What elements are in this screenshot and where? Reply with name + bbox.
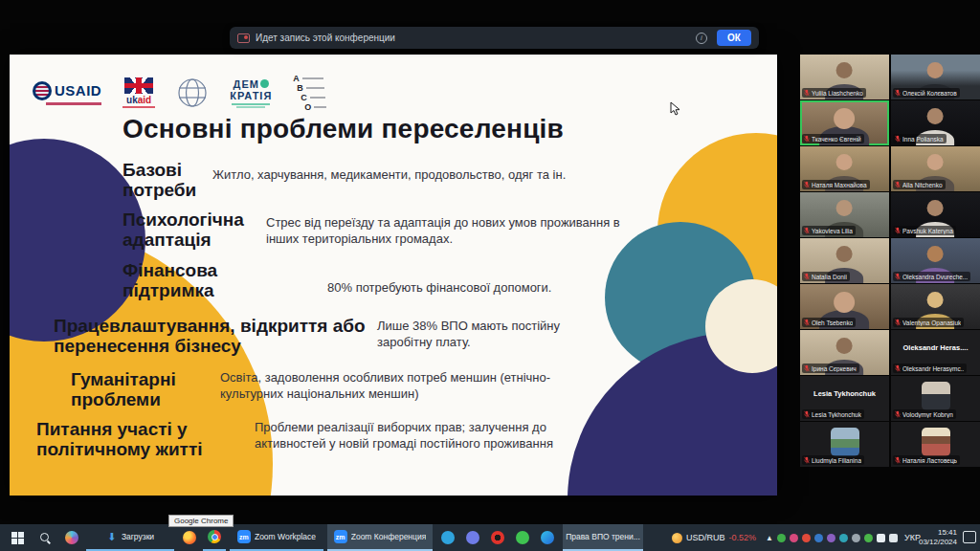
item-label-employment: Працевлаштування, відкриття або перенесе… bbox=[54, 316, 384, 357]
document-window-button[interactable]: Права ВПО трени... bbox=[563, 524, 643, 551]
tray-viber-icon[interactable] bbox=[827, 534, 835, 542]
hidden-icons-chevron[interactable]: ▲ bbox=[766, 534, 773, 542]
participant-tile[interactable]: Liudmyla Filianina bbox=[800, 422, 889, 467]
zoom-workplace-button[interactable]: zm Zoom Workplace bbox=[230, 524, 323, 551]
participant-tile[interactable]: Oleksandr Heras....Oleksandr Herasymc.. bbox=[891, 330, 980, 375]
muted-mic-icon bbox=[895, 456, 901, 464]
tray-speaker-icon[interactable] bbox=[889, 534, 898, 542]
chrome-tooltip: Google Chrome bbox=[168, 515, 234, 527]
discord-button[interactable] bbox=[461, 524, 484, 551]
search-button[interactable] bbox=[33, 524, 57, 551]
democracy-text-1: ДЕМ bbox=[234, 78, 259, 90]
recording-banner: Идет запись этой конференции i ОК bbox=[230, 27, 759, 49]
participant-tile[interactable]: Oleksandra Dvureche... bbox=[891, 238, 980, 283]
participant-tile[interactable]: Alla Nitchenko bbox=[891, 146, 980, 191]
shared-slide: USAID ukaid ДЕ bbox=[10, 55, 777, 496]
participant-nametag: Yakovleva Lilia bbox=[802, 226, 856, 235]
participant-nametag: Ірина Сєркевич bbox=[802, 364, 859, 373]
participant-tile[interactable]: Inna Polianska bbox=[891, 100, 980, 145]
participant-tile[interactable]: Volodymyr Kobryn bbox=[891, 376, 980, 421]
participant-nametag: Valentyna Opanasiuk bbox=[893, 318, 964, 327]
participant-nametag: Oleh Tsebenko bbox=[802, 318, 856, 327]
whatsapp-button[interactable] bbox=[511, 524, 534, 551]
tray-pink-icon[interactable] bbox=[790, 534, 798, 542]
currency-pair: USD/RUB bbox=[686, 533, 725, 542]
zoom-icon: zm bbox=[237, 530, 251, 543]
ok-button[interactable]: ОК bbox=[717, 30, 751, 46]
participant-tile[interactable]: Наталя Махнайова bbox=[800, 146, 889, 191]
zoom-meeting-button[interactable]: zm Zoom Конференция bbox=[327, 524, 433, 551]
telegram-icon bbox=[441, 531, 455, 544]
edge-icon bbox=[541, 531, 554, 544]
globe-logo bbox=[176, 77, 209, 109]
mouse-cursor bbox=[670, 101, 680, 120]
uk-flag-icon bbox=[124, 77, 153, 94]
participant-tile[interactable]: Yuliia Liashchenko bbox=[800, 55, 889, 99]
desktop: USAID ukaid ДЕ bbox=[0, 0, 980, 551]
system-tray: ▲ bbox=[766, 524, 898, 551]
chrome-button[interactable] bbox=[203, 524, 226, 551]
participant-nametag: Oleksandra Dvureche... bbox=[893, 272, 970, 281]
participant-tile[interactable]: Valentyna Opanasiuk bbox=[891, 284, 980, 329]
info-icon[interactable]: i bbox=[696, 33, 707, 44]
muted-mic-icon bbox=[895, 227, 901, 234]
tray-teal-icon[interactable] bbox=[839, 534, 848, 542]
copilot-button[interactable] bbox=[59, 524, 84, 551]
telegram-button[interactable] bbox=[436, 524, 459, 551]
participant-tile[interactable]: Олексій Колєватов bbox=[891, 55, 980, 99]
usaid-logo: USAID bbox=[33, 81, 101, 105]
participant-avatar bbox=[922, 428, 950, 456]
ukaid-uk: uk bbox=[126, 95, 138, 105]
opera-button[interactable] bbox=[486, 524, 509, 551]
participant-avatar bbox=[831, 428, 859, 456]
muted-mic-icon bbox=[895, 410, 901, 418]
document-window-label: Права ВПО трени... bbox=[566, 532, 640, 541]
downloads-window-button[interactable]: ⬇ Загрузки bbox=[86, 524, 174, 551]
zoom-meeting-icon: zm bbox=[334, 530, 347, 543]
participant-tile[interactable]: Ткаченко Євгеній bbox=[800, 100, 889, 145]
firefox-icon bbox=[183, 531, 196, 544]
tray-blue-icon[interactable] bbox=[814, 534, 823, 542]
participant-tile[interactable]: Yakovleva Lilia bbox=[800, 192, 889, 237]
search-icon bbox=[39, 532, 51, 543]
democracy-tagline bbox=[232, 103, 270, 105]
zoom-workplace-label: Zoom Workplace bbox=[255, 532, 316, 541]
muted-mic-icon bbox=[804, 135, 810, 143]
logo-row: USAID ukaid ДЕ bbox=[33, 70, 326, 116]
item-label-humanitarian: Гуманітарні проблеми bbox=[71, 369, 229, 410]
participant-nametag: Наталія Ластовець bbox=[893, 455, 960, 465]
participant-nametag: Oleksandr Herasymc.. bbox=[893, 364, 967, 373]
participant-tile[interactable]: Natalia Donii bbox=[800, 238, 889, 283]
taskbar-clock[interactable]: 15:41 03/12/2024 bbox=[919, 524, 957, 551]
item-desc-employment: Лише 38% ВПО мають постійну заробітну пл… bbox=[377, 319, 616, 351]
muted-mic-icon bbox=[804, 273, 810, 280]
democracy-text-2: КРАТІЯ bbox=[230, 90, 272, 101]
edge-button[interactable] bbox=[536, 524, 559, 551]
muted-mic-icon bbox=[804, 364, 810, 372]
participant-tile[interactable]: Pavshuk Kateryna bbox=[891, 192, 980, 237]
participant-nametag: Liudmyla Filianina bbox=[802, 455, 864, 465]
muted-mic-icon bbox=[804, 89, 810, 97]
participant-tile[interactable]: Наталія Ластовець bbox=[891, 422, 980, 467]
participant-nametag: Volodymyr Kobryn bbox=[893, 409, 956, 419]
participant-nametag: Lesia Tykhonchuk bbox=[802, 409, 864, 419]
participant-nametag: Inna Polianska bbox=[893, 134, 947, 143]
muted-mic-icon bbox=[804, 456, 810, 464]
participant-tile[interactable]: Lesia TykhonchukLesia Tykhonchuk bbox=[800, 376, 889, 421]
muted-mic-icon bbox=[895, 364, 901, 372]
action-center-icon[interactable] bbox=[963, 531, 976, 543]
participant-nametag: Alla Nitchenko bbox=[893, 180, 946, 189]
participant-tile[interactable]: Oleh Tsebenko bbox=[800, 284, 889, 329]
firefox-button[interactable] bbox=[178, 524, 201, 551]
start-button[interactable] bbox=[4, 524, 31, 551]
currency-widget[interactable]: USD/RUB -0.52% bbox=[657, 524, 771, 551]
tray-chat-icon[interactable] bbox=[877, 534, 885, 542]
tray-green2-icon[interactable] bbox=[864, 534, 873, 542]
participant-tile[interactable]: Ірина Сєркевич bbox=[800, 330, 889, 375]
opera-icon bbox=[491, 531, 504, 544]
tray-red-icon[interactable] bbox=[802, 534, 811, 542]
tray-grey-icon[interactable] bbox=[852, 534, 860, 542]
abco-letter-row: С bbox=[301, 94, 326, 102]
tray-green-check-icon[interactable] bbox=[777, 534, 786, 542]
participant-avatar bbox=[922, 382, 950, 410]
